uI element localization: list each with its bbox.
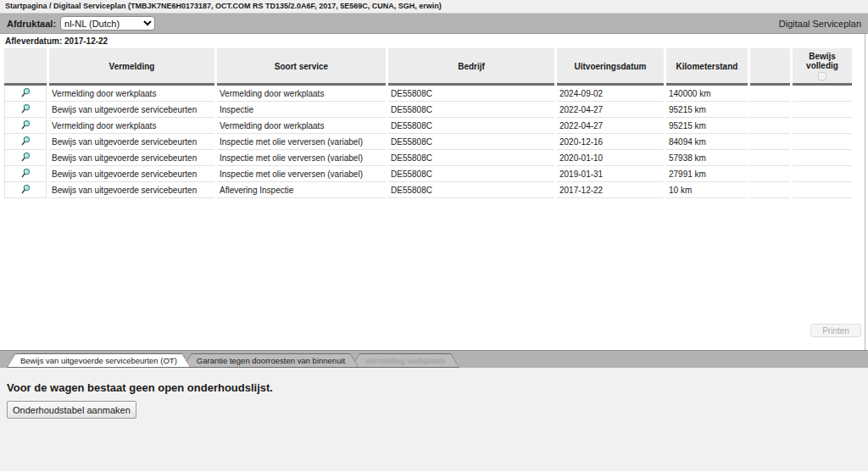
print-language-label: Afdruktaal:	[7, 19, 56, 29]
cell-empty	[750, 86, 790, 102]
cell-vermelding: Bewijs van uitgevoerde servicebeurten	[49, 102, 214, 118]
cell-uitvoeringsdatum: 2020-12-16	[557, 134, 664, 150]
cell-uitvoeringsdatum: 2024-09-02	[557, 86, 664, 102]
cell-empty	[750, 182, 790, 198]
cell-kilometerstand: 57938 km	[666, 150, 748, 166]
delivery-date: Afleverdatum: 2017-12-22	[0, 34, 865, 48]
magnifier-icon	[20, 87, 31, 98]
cell-uitvoeringsdatum: 2017-12-22	[557, 182, 664, 198]
cell-vermelding: Bewijs van uitgevoerde servicebeurten	[49, 134, 214, 150]
cell-kilometerstand: 95215 km	[666, 102, 748, 118]
magnifier-icon	[20, 136, 31, 147]
tab-label: Garantie tegen doorroesten van binnenuit	[197, 356, 345, 365]
cell-empty	[750, 166, 790, 182]
cell-empty	[750, 150, 790, 166]
row-magnifier-button[interactable]	[20, 103, 31, 114]
cell-bedrijf: DE55808C	[388, 118, 554, 134]
delivery-date-label: Afleverdatum:	[5, 36, 62, 46]
delivery-date-value: 2017-12-22	[64, 36, 108, 46]
cell-bewijs-volledig	[793, 182, 852, 198]
bewijs-volledig-checkbox	[818, 72, 826, 81]
no-open-maintenance-message: Voor de wagen bestaat geen open onderhou…	[7, 381, 861, 394]
table-row: Vermelding door werkplaats Vermelding do…	[4, 86, 852, 102]
table-row: Bewijs van uitgevoerde servicebeurten In…	[4, 150, 852, 166]
cell-empty	[750, 118, 790, 134]
header-empty-col	[750, 48, 790, 86]
header-kilometerstand: Kilometerstand	[666, 48, 748, 86]
cell-bedrijf: DE55808C	[388, 166, 554, 182]
header-uitvoeringsdatum: Uitvoeringsdatum	[557, 48, 664, 86]
maintenance-panel: Voor de wagen bestaat geen open onderhou…	[0, 368, 868, 471]
cell-kilometerstand: 27991 km	[666, 166, 748, 182]
cell-soort-service: Aflevering Inspectie	[217, 182, 386, 198]
cell-kilometerstand: 95215 km	[666, 118, 748, 134]
cell-bewijs-volledig	[793, 134, 852, 150]
cell-bewijs-volledig	[793, 150, 852, 166]
cell-uitvoeringsdatum: 2019-01-31	[557, 166, 664, 182]
magnifier-icon	[20, 103, 31, 114]
table-row: Bewijs van uitgevoerde servicebeurten In…	[4, 166, 852, 182]
cell-uitvoeringsdatum: 2020-01-10	[557, 150, 664, 166]
cell-vermelding: Bewijs van uitgevoerde servicebeurten	[49, 150, 214, 166]
magnifier-icon	[20, 119, 31, 130]
page-title: Digitaal Serviceplan	[779, 19, 861, 29]
cell-uitvoeringsdatum: 2022-04-27	[557, 118, 664, 134]
cell-soort-service: Vermelding door werkplaats	[217, 118, 386, 134]
cell-bedrijf: DE55808C	[388, 182, 554, 198]
cell-kilometerstand: 10 km	[666, 182, 748, 198]
tab-garantie-doorroesten[interactable]: Garantie tegen doorroesten van binnenuit	[183, 353, 359, 368]
print-language-select[interactable]: nl-NL (Dutch)	[60, 16, 155, 31]
cell-vermelding: Bewijs van uitgevoerde servicebeurten	[49, 166, 214, 182]
cell-uitvoeringsdatum: 2022-04-27	[557, 102, 664, 118]
table-body: Vermelding door werkplaats Vermelding do…	[4, 86, 852, 198]
service-history-table: Vermelding Soort service Bedrijf Uitvoer…	[2, 48, 854, 198]
cell-bewijs-volledig	[793, 102, 852, 118]
table-row: Bewijs van uitgevoerde servicebeurten Af…	[4, 182, 852, 198]
main-content: Afleverdatum: 2017-12-22 Vermelding Soor…	[0, 34, 865, 350]
header-bewijs-volledig-label: Bewijs volledig	[806, 52, 838, 70]
header-bedrijf: Bedrijf	[388, 48, 554, 86]
cell-vermelding: Vermelding door werkplaats	[49, 118, 214, 134]
tab-vermelding-werkplaats: Vermelding werkplaats	[351, 353, 459, 368]
cell-vermelding: Bewijs van uitgevoerde servicebeurten	[49, 182, 214, 198]
table-row: Vermelding door werkplaats Vermelding do…	[4, 118, 852, 134]
cell-bedrijf: DE55808C	[388, 86, 554, 102]
toolbar: Afdruktaal: nl-NL (Dutch) Digitaal Servi…	[0, 13, 868, 34]
row-magnifier-button[interactable]	[20, 87, 31, 98]
cell-empty	[750, 134, 790, 150]
breadcrumb: Startpagina / Digitaal Serviceplan (TMBJ…	[0, 0, 868, 13]
cell-soort-service: Inspectie met olie verversen (variabel)	[217, 150, 386, 166]
row-magnifier-button[interactable]	[20, 184, 31, 195]
print-button: Printen	[810, 324, 861, 337]
cell-empty	[750, 102, 790, 118]
table-row: Bewijs van uitgevoerde servicebeurten In…	[4, 134, 852, 150]
breadcrumb-text: Startpagina / Digitaal Serviceplan (TMBJ…	[5, 2, 442, 10]
cell-kilometerstand: 84094 km	[666, 134, 748, 150]
cell-kilometerstand: 140000 km	[666, 86, 748, 102]
row-magnifier-button[interactable]	[20, 119, 31, 130]
header-bewijs-volledig: Bewijs volledig	[793, 48, 852, 86]
cell-soort-service: Inspectie met olie verversen (variabel)	[217, 166, 386, 182]
cell-bedrijf: DE55808C	[388, 102, 554, 118]
cell-bewijs-volledig	[793, 86, 852, 102]
magnifier-icon	[20, 152, 31, 163]
row-magnifier-button[interactable]	[20, 136, 31, 147]
cell-bewijs-volledig	[793, 118, 852, 134]
table-header-row: Vermelding Soort service Bedrijf Uitvoer…	[4, 48, 852, 86]
cell-bedrijf: DE55808C	[388, 150, 554, 166]
cell-soort-service: Inspectie	[217, 102, 386, 118]
create-maintenance-table-button[interactable]: Onderhoudstabel aanmaken	[7, 401, 136, 419]
tab-label: Bewijs van uitgevoerde servicebeurten (O…	[20, 356, 177, 365]
tab-label: Vermelding werkplaats	[364, 356, 446, 365]
cell-soort-service: Inspectie met olie verversen (variabel)	[217, 134, 386, 150]
table-row: Bewijs van uitgevoerde servicebeurten In…	[4, 102, 852, 118]
cell-soort-service: Vermelding door werkplaats	[217, 86, 386, 102]
header-soort-service: Soort service	[217, 48, 386, 86]
cell-bewijs-volledig	[793, 166, 852, 182]
row-magnifier-button[interactable]	[20, 168, 31, 179]
tab-bewijs-servicebeurten[interactable]: Bewijs van uitgevoerde servicebeurten (O…	[7, 353, 191, 368]
magnifier-icon	[20, 168, 31, 179]
magnifier-icon	[20, 184, 31, 195]
header-icon-col	[4, 48, 47, 86]
row-magnifier-button[interactable]	[20, 152, 31, 163]
